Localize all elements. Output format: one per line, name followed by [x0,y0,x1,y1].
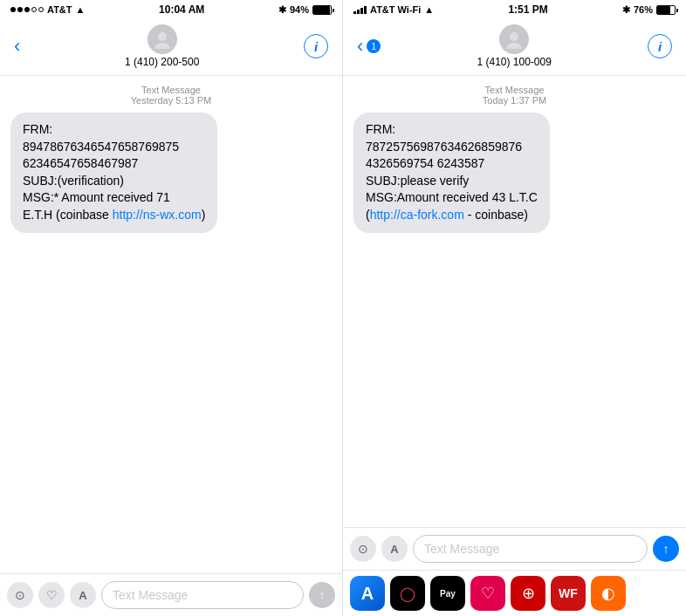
wifi-icon-right: ▲ [424,4,434,15]
input-bar-right: ⊙ A Text Message ↑ [343,527,686,570]
orange-icon: ◐ [601,584,615,603]
bar4 [364,6,367,14]
camera-icon-right: ⊙ [358,542,368,556]
input-placeholder-left: Text Message [113,588,188,602]
bluetooth-icon-right: ✱ [622,4,630,16]
svg-point-3 [506,43,522,49]
wf-icon: WF [559,586,578,600]
battery-icon-right [656,5,676,15]
svg-point-0 [158,32,167,41]
messages-area-right: Text Message Today 1:37 PM FRM: 78725756… [343,76,686,527]
signal-dots [10,7,44,12]
bar2 [357,10,360,14]
time-right: 1:51 PM [508,3,547,16]
msg-date-right: Today 1:37 PM [343,95,686,106]
message-bubble-left: FRM: 89478676346547658769875 62346547658… [10,113,217,233]
camera-button-left[interactable]: ⊙ [7,582,33,608]
svg-point-1 [154,43,170,49]
phone-number-left: 1 (410) 200-500 [125,56,199,68]
input-placeholder-right: Text Message [424,542,499,556]
activity-icon: ◯ [400,585,415,602]
app-icon-globe[interactable]: ⊕ [511,576,545,611]
heart-dock-icon: ♡ [481,584,495,603]
dot-4 [31,7,37,12]
battery-pct-right: 76% [634,4,653,15]
message-link-left[interactable]: http://ns-wx.com [113,208,202,222]
phone-number-right: 1 (410) 100-009 [477,56,551,68]
bar3 [360,8,363,14]
text-input-left[interactable]: Text Message [101,581,304,609]
globe-icon: ⊕ [522,584,535,603]
message-wrap-right: FRM: 78725756987634626859876 4326569754 … [343,113,686,233]
left-phone-screen: AT&T ▲ 10:04 AM ✱ 94% ‹ 1 (410) 200-500 [0,0,343,616]
carrier-left: AT&T [47,4,72,15]
app-icon-heart[interactable]: ♡ [470,576,505,611]
nav-bar-right: ‹ 1 1 (410) 100-009 i [343,19,686,76]
msg-date-left: Yesterday 5:13 PM [0,95,342,106]
message-wrap-left: FRM: 89478676346547658769875 62346547658… [0,113,342,233]
message-link-right[interactable]: http://ca-fork.com [370,208,464,222]
status-left-left: AT&T ▲ [10,4,85,15]
info-button-right[interactable]: i [648,34,672,58]
bar1 [353,11,356,14]
nav-badge-right: 1 [367,39,381,53]
avatar-left [147,24,177,54]
appstore-icon-left: A [79,589,86,602]
message-type-label-left: Text Message Yesterday 5:13 PM [0,85,342,106]
appstore-button-left[interactable]: A [70,582,96,608]
applepay-icon: Pay [440,589,456,599]
svg-point-2 [510,32,518,41]
back-button-left[interactable]: ‹ [14,35,20,58]
appstore-icon-right: A [390,543,398,556]
signal-bars-right [353,5,367,14]
battery-pct-left: 94% [290,4,309,15]
app-icon-appstore[interactable]: A [350,576,385,611]
message-type-label-right: Text Message Today 1:37 PM [343,85,686,106]
app-icon-wf[interactable]: WF [551,576,586,611]
appstore-dock-icon: A [361,584,374,604]
status-bar-left: AT&T ▲ 10:04 AM ✱ 94% [0,0,342,19]
back-chevron-right: ‹ [357,35,363,58]
camera-icon-left: ⊙ [15,588,25,602]
appstore-button-right[interactable]: A [381,536,408,562]
send-button-right[interactable]: ↑ [653,536,679,562]
status-right-right: ✱ 76% [622,4,676,16]
avatar-right [499,24,529,54]
message-bubble-right: FRM: 78725756987634626859876 4326569754 … [353,113,550,233]
dot-2 [17,7,23,12]
nav-center-left: 1 (410) 200-500 [125,24,199,68]
time-left: 10:04 AM [159,3,204,16]
app-icon-applepay[interactable]: Pay [430,576,465,611]
heart-icon-left: ♡ [46,588,58,602]
msg-type-left: Text Message [0,85,342,95]
carrier-right: AT&T Wi-Fi [370,4,421,15]
heart-button-left[interactable]: ♡ [38,582,65,608]
text-input-right[interactable]: Text Message [413,535,648,563]
send-button-left[interactable]: ↑ [309,582,335,608]
bluetooth-icon: ✱ [278,4,286,16]
wifi-icon-left: ▲ [76,4,86,15]
app-icon-orange[interactable]: ◐ [591,576,626,611]
status-bar-right: AT&T Wi-Fi ▲ 1:51 PM ✱ 76% [343,0,686,19]
info-icon-right: i [658,39,662,54]
app-dock-right: A ◯ Pay ♡ ⊕ WF ◐ [343,570,686,616]
nav-bar-left: ‹ 1 (410) 200-500 i [0,19,342,76]
dot-5 [38,7,44,12]
dot-1 [10,7,16,12]
status-left-right: AT&T Wi-Fi ▲ [353,4,434,15]
dot-3 [24,7,30,12]
nav-center-right: 1 (410) 100-009 [477,24,551,68]
back-chevron-left: ‹ [14,35,20,58]
status-right-left: ✱ 94% [278,4,332,16]
info-button-left[interactable]: i [304,34,328,58]
camera-button-right[interactable]: ⊙ [350,536,376,562]
send-icon-right: ↑ [663,542,669,556]
messages-area-left: Text Message Yesterday 5:13 PM FRM: 8947… [0,76,342,573]
msg-type-right: Text Message [343,85,686,95]
input-bar-left: ⊙ ♡ A Text Message ↑ [0,573,342,616]
info-icon-left: i [314,39,318,54]
send-icon-left: ↑ [319,588,326,602]
back-button-right[interactable]: ‹ 1 [357,35,381,58]
app-icon-activity[interactable]: ◯ [390,576,425,611]
battery-icon-left [312,5,332,15]
